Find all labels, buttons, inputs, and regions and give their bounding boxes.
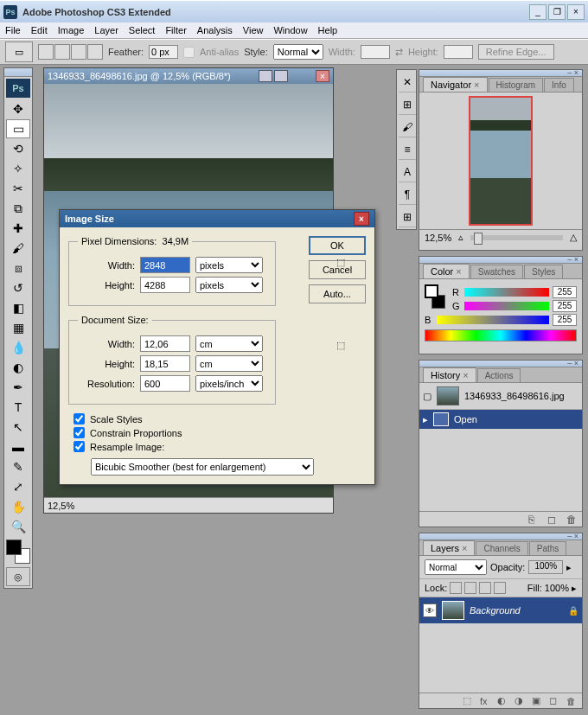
color-ramp[interactable] xyxy=(425,329,577,342)
layer-background[interactable]: 👁 Background 🔒 xyxy=(419,597,582,623)
px-height-input[interactable] xyxy=(140,277,190,293)
resolution-input[interactable] xyxy=(140,375,190,392)
menu-edit[interactable]: Edit xyxy=(31,25,48,35)
lock-position-icon[interactable] xyxy=(479,582,491,594)
b-slider[interactable] xyxy=(437,316,549,324)
visibility-icon[interactable]: 👁 xyxy=(423,603,437,617)
hand-tool-icon[interactable]: ✋ xyxy=(6,497,30,516)
current-tool-icon[interactable]: ▭ xyxy=(5,41,33,62)
dock-icon-5[interactable]: A xyxy=(399,162,416,182)
document-titlebar[interactable]: 1346933_86498616.jpg @ 12,5% (RGB/8*) × xyxy=(44,68,333,84)
resample-checkbox[interactable] xyxy=(74,441,85,452)
menu-window[interactable]: Window xyxy=(273,25,307,35)
dock-icon-4[interactable]: ≡ xyxy=(399,139,416,160)
sel-add-icon[interactable] xyxy=(54,44,70,60)
doc-minimize-button[interactable] xyxy=(259,70,272,82)
constrain-checkbox[interactable] xyxy=(74,427,85,438)
tab-navigator[interactable]: Navigator× xyxy=(423,77,488,92)
doc-height-unit[interactable]: cm xyxy=(195,355,263,372)
sel-intersect-icon[interactable] xyxy=(87,44,103,60)
delete-icon[interactable]: 🗑 xyxy=(566,514,578,526)
heal-tool-icon[interactable]: ✚ xyxy=(6,219,30,238)
dock-icon-7[interactable]: ⊞ xyxy=(399,207,416,227)
history-snapshot[interactable]: ▢ 1346933_86498616.jpg xyxy=(419,383,582,410)
scale-styles-checkbox[interactable] xyxy=(74,413,85,425)
lock-all-icon[interactable] xyxy=(494,582,506,594)
panel-header[interactable] xyxy=(419,70,582,77)
brush-source-icon[interactable]: ▢ xyxy=(423,391,431,402)
menu-layer[interactable]: Layer xyxy=(94,25,118,35)
fx-icon[interactable]: fx xyxy=(480,696,492,706)
menu-select[interactable]: Select xyxy=(129,25,156,35)
g-value[interactable]: 255 xyxy=(553,300,577,312)
restore-button[interactable]: ❐ xyxy=(548,4,566,20)
menu-image[interactable]: Image xyxy=(58,25,85,35)
b-value[interactable]: 255 xyxy=(553,314,577,326)
px-width-unit[interactable]: pixels xyxy=(195,257,263,273)
zoom-tool-icon[interactable]: 🔍 xyxy=(6,517,30,536)
color-swatches[interactable] xyxy=(6,539,30,564)
tab-color[interactable]: Color× xyxy=(423,264,470,278)
doc-close-button[interactable]: × xyxy=(316,70,329,82)
shape-tool-icon[interactable]: ▬ xyxy=(6,437,30,456)
link-layers-icon[interactable]: ⬚ xyxy=(463,695,475,706)
wand-tool-icon[interactable]: ✧ xyxy=(6,159,30,178)
feather-input[interactable] xyxy=(149,45,178,59)
group-icon[interactable]: ▣ xyxy=(532,695,544,706)
tab-history[interactable]: History× xyxy=(423,367,476,382)
foreground-swatch[interactable] xyxy=(6,539,22,555)
px-width-input[interactable] xyxy=(140,257,190,273)
tab-histogram[interactable]: Histogram xyxy=(489,78,544,92)
move-tool-icon[interactable]: ✥ xyxy=(6,99,30,118)
lock-pixels-icon[interactable] xyxy=(464,582,476,594)
style-select[interactable]: Normal xyxy=(273,44,323,60)
new-layer-icon[interactable]: ◻ xyxy=(549,695,561,706)
gradient-tool-icon[interactable]: ▦ xyxy=(6,318,30,337)
slice-tool-icon[interactable]: ⧉ xyxy=(6,199,30,218)
zoom-in-icon[interactable]: △ xyxy=(570,232,577,243)
notes-tool-icon[interactable]: ✎ xyxy=(6,457,30,476)
history-state-open[interactable]: ▸ Open xyxy=(419,410,582,429)
blur-tool-icon[interactable]: 💧 xyxy=(6,338,30,357)
menu-filter[interactable]: Filter xyxy=(165,25,186,35)
dock-icon-2[interactable]: ⊞ xyxy=(399,94,416,115)
px-height-unit[interactable]: pixels xyxy=(195,277,263,293)
refine-edge-button[interactable]: Refine Edge... xyxy=(478,44,554,60)
menu-help[interactable]: Help xyxy=(318,25,338,35)
tab-styles[interactable]: Styles xyxy=(524,265,563,278)
doc-width-input[interactable] xyxy=(140,335,190,352)
eraser-tool-icon[interactable]: ◧ xyxy=(6,298,30,317)
doc-restore-button[interactable] xyxy=(274,70,288,82)
lock-transparency-icon[interactable] xyxy=(450,582,462,594)
adjustment-icon[interactable]: ◑ xyxy=(514,695,527,706)
lasso-tool-icon[interactable]: ⟲ xyxy=(6,139,30,158)
fill-flyout-icon[interactable]: ▸ xyxy=(572,583,577,594)
opacity-value[interactable]: 100% xyxy=(528,560,563,574)
link-icon-2[interactable]: ⬚ xyxy=(336,340,345,351)
new-doc-icon[interactable]: ⎘ xyxy=(528,514,540,526)
menu-view[interactable]: View xyxy=(243,25,264,35)
ok-button[interactable]: OK xyxy=(309,236,366,255)
eyedropper-tool-icon[interactable]: ⤢ xyxy=(6,477,30,496)
g-slider[interactable] xyxy=(464,302,549,310)
panel-header[interactable] xyxy=(419,533,582,540)
resample-method-select[interactable]: Bicubic Smoother (best for enlargement) xyxy=(91,458,314,476)
r-slider[interactable] xyxy=(464,288,549,297)
brush-tool-icon[interactable]: 🖌 xyxy=(6,239,30,258)
dock-icon-3[interactable]: 🖌 xyxy=(399,117,416,137)
dock-icon-6[interactable]: ¶ xyxy=(399,184,416,205)
layer-name[interactable]: Background xyxy=(470,605,521,616)
stamp-tool-icon[interactable]: ⧇ xyxy=(6,259,30,278)
crop-tool-icon[interactable]: ✂ xyxy=(6,179,30,198)
marquee-tool-icon[interactable]: ▭ xyxy=(6,119,30,138)
history-brush-tool-icon[interactable]: ↺ xyxy=(6,278,30,297)
tab-actions[interactable]: Actions xyxy=(477,368,521,382)
minimize-button[interactable]: _ xyxy=(529,4,546,20)
dialog-titlebar[interactable]: Image Size × xyxy=(60,210,374,227)
fill-value[interactable]: 100% xyxy=(545,583,569,593)
doc-width-unit[interactable]: cm xyxy=(195,335,263,352)
tab-info[interactable]: Info xyxy=(544,78,574,92)
sel-sub-icon[interactable] xyxy=(71,44,86,60)
tab-swatches[interactable]: Swatches xyxy=(470,265,523,278)
pen-tool-icon[interactable]: ✒ xyxy=(6,378,30,397)
